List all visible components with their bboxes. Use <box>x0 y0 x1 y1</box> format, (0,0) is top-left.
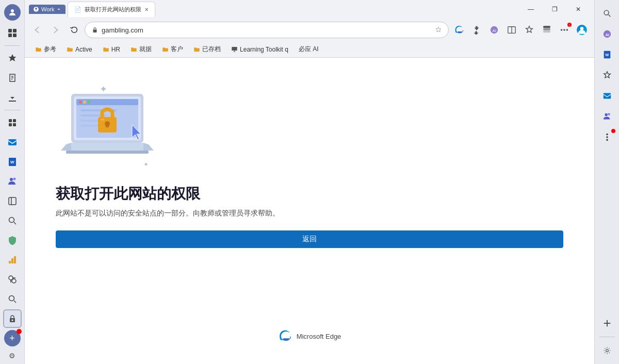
bookmark-label: 就据 <box>139 45 152 54</box>
apps-icon[interactable] <box>3 113 22 132</box>
svg-text:W: W <box>10 160 14 164</box>
bookmark-label: 参考 <box>44 45 56 54</box>
sidebar-search-icon[interactable] <box>3 211 22 230</box>
extensions-toolbar-icon[interactable] <box>468 22 485 38</box>
favorites-toolbar-icon[interactable] <box>521 22 537 38</box>
page-description: 此网站不是可以访问的安全站点的一部分。向教师或管理员寻求帮助。 <box>56 209 563 218</box>
teams-icon[interactable] <box>3 172 22 191</box>
svg-rect-1 <box>8 29 12 32</box>
sidebar-copilot-icon[interactable]: AI <box>598 25 616 43</box>
svg-rect-22 <box>11 258 13 263</box>
monitor-icon <box>231 46 238 53</box>
downloads-icon[interactable] <box>3 88 22 107</box>
sidebar-outlook-icon[interactable] <box>598 87 616 105</box>
bookmark-archived[interactable]: 已存档 <box>189 43 225 55</box>
tab-close-icon[interactable]: ✕ <box>144 7 149 12</box>
sidebar-add-icon[interactable] <box>598 314 616 333</box>
svg-point-25 <box>12 279 16 283</box>
svg-point-0 <box>11 9 14 12</box>
sidebar-favorites-icon[interactable] <box>598 66 616 85</box>
svg-rect-8 <box>9 119 12 122</box>
toolbar: gambling.com <box>25 19 594 41</box>
brand-text: Microsoft Edge <box>297 333 341 340</box>
edge-profile-icon[interactable] <box>574 22 590 38</box>
svg-point-77 <box>606 136 608 138</box>
bing-ai-text: 必应 AI <box>299 45 319 54</box>
folder-icon <box>193 46 200 53</box>
sidebar-settings-icon[interactable]: ⚙ <box>5 349 20 363</box>
reading-list-icon[interactable] <box>3 69 22 87</box>
svg-point-67 <box>604 10 609 15</box>
bookmark-参考[interactable]: 参考 <box>31 43 60 55</box>
folder-icon <box>131 46 137 53</box>
more-options-button[interactable]: ! <box>556 22 573 38</box>
svg-rect-4 <box>13 34 17 37</box>
address-bar[interactable]: gambling.com <box>85 22 449 38</box>
bookmark-active[interactable]: Active <box>62 44 96 55</box>
lock-sidebar-icon[interactable] <box>3 309 22 328</box>
close-button[interactable]: ✕ <box>566 1 590 18</box>
svg-point-54 <box>79 101 82 104</box>
sidebar-search-right-icon[interactable] <box>598 4 616 23</box>
svg-text:AI: AI <box>605 32 609 37</box>
sidebar-search-bottom-icon[interactable] <box>3 290 22 308</box>
page-area: ✦ ✦ <box>25 58 594 364</box>
active-tab[interactable]: 📄 获取打开此网站的权限 ✕ <box>68 2 155 17</box>
outlook-icon[interactable] <box>3 133 22 152</box>
copilot-icon[interactable]: AI <box>486 22 502 38</box>
svg-point-55 <box>83 101 86 104</box>
laptop-lock-svg <box>56 84 159 174</box>
window-controls: — ❐ ✕ <box>519 1 590 18</box>
back-button[interactable]: 返回 <box>56 230 563 248</box>
lock-icon <box>91 26 99 34</box>
bookmark-data[interactable]: 就据 <box>126 43 156 55</box>
tab-group-label: Work <box>41 6 54 12</box>
bookmark-client[interactable]: 客户 <box>158 43 187 55</box>
left-sidebar: W <box>0 0 25 364</box>
tab-page-icon: 📄 <box>74 6 82 13</box>
collection-icon[interactable] <box>539 22 555 38</box>
favorites-icon[interactable] <box>3 49 22 68</box>
folder-icon <box>67 46 73 53</box>
maximize-button[interactable]: ❐ <box>543 1 566 18</box>
tab-groups-icon[interactable] <box>3 24 22 42</box>
url-text: gambling.com <box>102 26 432 34</box>
folder-icon <box>35 46 42 53</box>
svg-rect-3 <box>8 34 12 37</box>
bookmark-bing-ai[interactable]: 必应 AI <box>295 43 323 55</box>
minimize-button[interactable]: — <box>519 1 543 18</box>
svg-point-78 <box>606 139 608 141</box>
extensions-icon[interactable] <box>3 270 22 289</box>
split-screen-icon[interactable] <box>503 22 520 38</box>
edge-logo-button[interactable] <box>451 22 467 38</box>
bookmark-label: HR <box>111 46 120 53</box>
office-icon[interactable]: W <box>3 153 22 171</box>
sidebar-word-icon[interactable]: W <box>598 45 616 64</box>
page-content-box: ✦ ✦ <box>25 58 594 364</box>
svg-point-56 <box>87 101 90 104</box>
sidebar-teams-icon[interactable] <box>598 107 616 126</box>
sidebar-gear-icon[interactable] <box>598 341 616 360</box>
analytics-icon[interactable] <box>3 251 22 269</box>
profile-avatar[interactable] <box>4 4 21 21</box>
svg-rect-62 <box>71 143 143 151</box>
security-icon[interactable] <box>3 231 22 250</box>
bookmark-label: Active <box>75 46 92 53</box>
tab-group-work[interactable]: Work <box>29 5 66 14</box>
back-button[interactable] <box>29 22 45 38</box>
toolbar-actions: AI <box>451 22 590 38</box>
sidebar-divider-2 <box>5 110 20 110</box>
svg-rect-33 <box>36 10 36 11</box>
svg-point-81 <box>606 350 608 352</box>
svg-point-15 <box>10 178 13 181</box>
add-tab-sidebar-button[interactable]: + <box>4 330 21 346</box>
sidebar-more-icon[interactable] <box>598 128 616 146</box>
bookmark-hr[interactable]: HR <box>99 44 124 55</box>
refresh-button[interactable] <box>66 22 83 38</box>
forward-button[interactable] <box>47 22 64 38</box>
bookmark-label: 客户 <box>171 45 183 54</box>
favorite-star-icon[interactable] <box>435 26 442 34</box>
sidebar-collapse-icon[interactable] <box>3 192 22 210</box>
svg-line-29 <box>14 301 16 303</box>
bookmark-learning[interactable]: Learning Toolkit q <box>227 44 292 55</box>
